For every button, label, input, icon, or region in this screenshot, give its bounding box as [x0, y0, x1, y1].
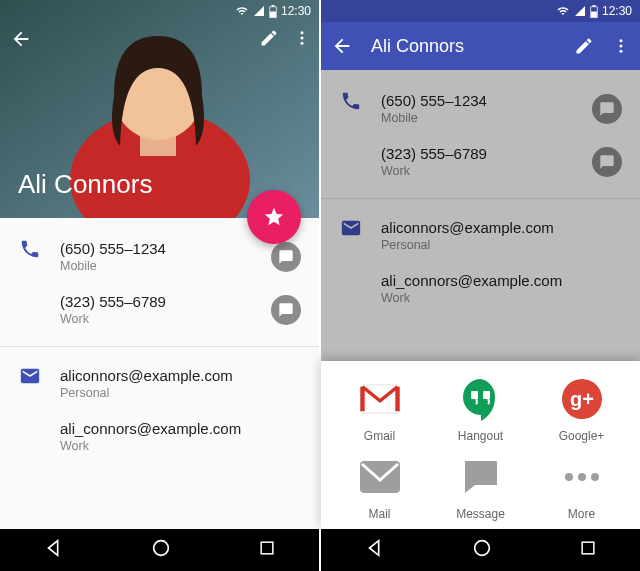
email-section: aliconnors@example.com Personal ali_conn… [0, 346, 319, 467]
svg-rect-28 [582, 542, 594, 554]
phone-icon [321, 86, 381, 192]
phone-label: Mobile [60, 259, 271, 273]
share-hangout[interactable]: Hangout [436, 377, 526, 443]
svg-rect-6 [270, 11, 276, 17]
contact-name: Ali Connors [18, 169, 152, 200]
back-button[interactable] [10, 28, 32, 50]
share-label: Message [456, 507, 505, 521]
hangout-icon [459, 377, 503, 421]
signal-icon [253, 5, 265, 17]
email-label: Work [60, 439, 301, 453]
email-address: aliconnors@example.com [60, 367, 301, 384]
svg-point-24 [565, 473, 573, 481]
phone-number: (650) 555–1234 [381, 92, 592, 109]
overflow-menu[interactable] [293, 28, 311, 48]
phone-row[interactable]: (650) 555–1234 Mobile [381, 86, 632, 139]
status-bar: 12:30 [321, 0, 640, 22]
share-label: Gmail [364, 429, 395, 443]
svg-point-17 [620, 50, 623, 53]
back-button[interactable] [331, 35, 353, 57]
phone-label: Mobile [381, 111, 592, 125]
phone-number: (650) 555–1234 [60, 240, 271, 257]
phone-row[interactable]: (323) 555–6789 Work [60, 287, 311, 340]
wifi-icon [235, 5, 249, 17]
app-bar: 12:30 Ali Connors [321, 0, 640, 70]
svg-rect-13 [593, 5, 596, 7]
email-address: ali_connors@example.com [60, 420, 301, 437]
edit-button[interactable] [574, 36, 594, 56]
phone-number: (323) 555–6789 [381, 145, 592, 162]
phone-section: (650) 555–1234 Mobile (323) 555–6789 Wor… [0, 234, 319, 340]
svg-point-8 [301, 37, 304, 40]
share-label: Mail [368, 507, 390, 521]
share-message[interactable]: Message [436, 455, 526, 521]
nav-home[interactable] [150, 537, 172, 563]
gplus-icon: g+ [560, 377, 604, 421]
message-app-icon [459, 455, 503, 499]
share-more[interactable]: More [537, 455, 627, 521]
email-label: Personal [381, 238, 622, 252]
gmail-icon [358, 377, 402, 421]
email-row[interactable]: aliconnors@example.com Personal [381, 213, 632, 266]
wifi-icon [556, 5, 570, 17]
nav-bar [0, 529, 319, 571]
share-sheet: Gmail Hangout g+ Google+ Mail [321, 361, 640, 529]
share-label: More [568, 507, 595, 521]
phone-section: (650) 555–1234 Mobile (323) 555–6789 Wor… [321, 86, 640, 192]
svg-point-9 [301, 42, 304, 45]
svg-rect-19 [471, 391, 478, 399]
svg-point-16 [620, 45, 623, 48]
favorite-fab[interactable] [247, 190, 301, 244]
status-bar: 12:30 [0, 0, 319, 22]
message-icon[interactable] [271, 242, 301, 272]
email-address: aliconnors@example.com [381, 219, 622, 236]
nav-home[interactable] [471, 537, 493, 563]
mail-icon [0, 361, 60, 467]
email-section: aliconnors@example.com Personal ali_conn… [321, 198, 640, 319]
nav-back[interactable] [364, 537, 386, 563]
signal-icon [574, 5, 586, 17]
svg-rect-14 [591, 11, 597, 17]
message-icon[interactable] [592, 94, 622, 124]
share-gmail[interactable]: Gmail [335, 377, 425, 443]
svg-rect-5 [272, 5, 275, 7]
svg-point-27 [474, 541, 489, 556]
battery-icon [590, 5, 598, 18]
edit-button[interactable] [259, 28, 279, 48]
mail-app-icon [358, 455, 402, 499]
clock: 12:30 [602, 4, 632, 18]
clock: 12:30 [281, 4, 311, 18]
svg-rect-20 [483, 391, 490, 399]
svg-rect-11 [261, 542, 273, 554]
nav-recent[interactable] [257, 538, 277, 562]
svg-text:g+: g+ [570, 388, 594, 410]
email-row[interactable]: ali_connors@example.com Work [60, 414, 311, 467]
contact-detail-screen: 12:30 Ali Connors (650) 555– [0, 0, 319, 571]
nav-bar [321, 529, 640, 571]
svg-point-15 [620, 39, 623, 42]
phone-label: Work [60, 312, 271, 326]
svg-point-7 [301, 31, 304, 34]
overflow-menu[interactable] [612, 36, 630, 56]
appbar-title: Ali Connors [371, 36, 556, 57]
mail-icon [321, 213, 381, 319]
email-label: Work [381, 291, 622, 305]
share-label: Hangout [458, 429, 503, 443]
share-gplus[interactable]: g+ Google+ [537, 377, 627, 443]
message-icon[interactable] [592, 147, 622, 177]
email-row[interactable]: aliconnors@example.com Personal [60, 361, 311, 414]
svg-point-25 [578, 473, 586, 481]
nav-recent[interactable] [578, 538, 598, 562]
hero: 12:30 Ali Connors [0, 0, 319, 218]
phone-row[interactable]: (323) 555–6789 Work [381, 139, 632, 192]
more-icon [560, 455, 604, 499]
svg-point-26 [591, 473, 599, 481]
share-label: Google+ [559, 429, 605, 443]
svg-point-10 [153, 541, 168, 556]
nav-back[interactable] [43, 537, 65, 563]
share-mail[interactable]: Mail [335, 455, 425, 521]
message-icon[interactable] [271, 295, 301, 325]
battery-icon [269, 5, 277, 18]
contact-share-screen: 12:30 Ali Connors [321, 0, 640, 571]
email-row[interactable]: ali_connors@example.com Work [381, 266, 632, 319]
